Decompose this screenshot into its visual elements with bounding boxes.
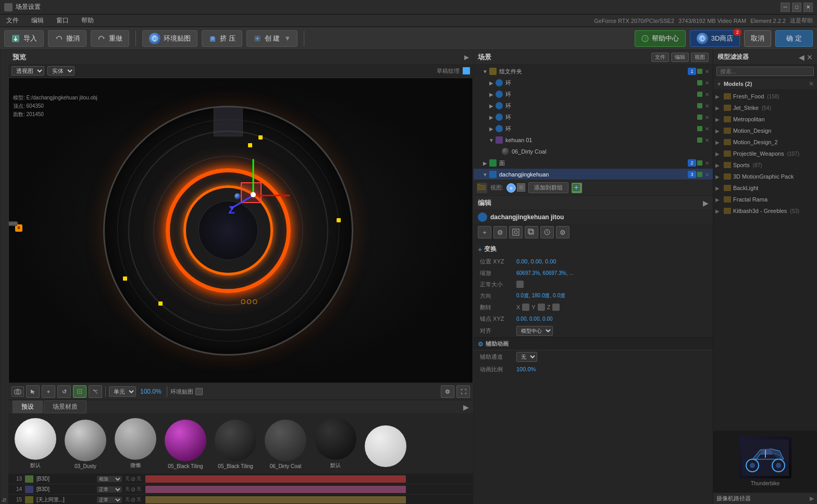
scale-tool-btn[interactable]	[73, 385, 86, 398]
add-tool-btn[interactable]: +	[42, 385, 55, 398]
ring3-vis[interactable]	[697, 103, 702, 108]
kehuan-vis[interactable]	[697, 137, 702, 143]
viewport-corner-btn[interactable]	[463, 67, 470, 74]
model-item-3dmgp[interactable]: ▶ 3D MotionGraphic Pack	[713, 171, 817, 182]
add-prop-btn[interactable]: +	[478, 226, 491, 238]
create-button[interactable]: 创 建 ▼	[246, 30, 298, 47]
menu-file[interactable]: 文件	[4, 15, 21, 26]
blend-select-0[interactable]: 相加	[97, 476, 122, 482]
dachang-close[interactable]: ✕	[703, 171, 711, 178]
model-item-jetstrike[interactable]: ▶ Jet_Strike (54)	[713, 102, 817, 114]
help-center-button[interactable]: ? 帮助中心	[635, 30, 686, 47]
transform-section-header[interactable]: + 变换	[474, 243, 713, 256]
cut-tool-btn[interactable]	[89, 385, 102, 398]
env-map-toggle[interactable]	[195, 388, 203, 395]
jetstrike-expand[interactable]: ▶	[715, 105, 722, 111]
models-expand-btn[interactable]: ▼	[716, 81, 722, 87]
scene-canvas[interactable]: OOO Z 模型: E:/dachangjingkehuan jitou	[9, 78, 473, 383]
camera-path-expand[interactable]: ▶	[810, 495, 814, 502]
shop-button[interactable]: 3D商店 2	[690, 30, 740, 47]
motion2-expand[interactable]: ▶	[715, 140, 722, 145]
ring5-vis[interactable]	[697, 126, 702, 131]
ring5-close[interactable]: ✕	[703, 125, 711, 132]
flip-y-toggle[interactable]	[538, 304, 545, 311]
kitbash-expand[interactable]: ▶	[715, 208, 722, 214]
gear-prop-btn[interactable]: ⚙	[493, 226, 507, 238]
fullscreen-tool-btn[interactable]: ⛶	[456, 385, 470, 398]
aux-channel-select[interactable]: 无	[516, 352, 537, 362]
align-select[interactable]: 模型中心	[516, 326, 553, 336]
copy-prop-btn[interactable]	[525, 226, 538, 238]
tree-expand-group[interactable]: ▼	[482, 68, 488, 74]
backlight-expand[interactable]: ▶	[715, 185, 722, 191]
maximize-btn[interactable]: □	[792, 3, 801, 12]
tree-item-face[interactable]: ▶ 面 2 ✕	[474, 157, 713, 169]
helper-section-header[interactable]: ⚙ 辅助动画	[474, 337, 713, 350]
menu-window[interactable]: 窗口	[54, 15, 71, 26]
render-mode-select[interactable]: 实体 线框	[47, 66, 75, 75]
3dmgp-expand[interactable]: ▶	[715, 174, 722, 180]
bottom-panel-expand[interactable]: ▶	[463, 403, 469, 411]
ring4-close[interactable]: ✕	[703, 114, 711, 121]
view-grid-btn[interactable]: ⊞	[517, 183, 525, 192]
undo-button[interactable]: 撤消	[48, 30, 86, 47]
scene-folder-icon[interactable]	[477, 183, 487, 193]
model-item-motion1[interactable]: ▶ Motion_Design	[713, 125, 817, 136]
model-item-metro[interactable]: ▶ Metropolitan	[713, 114, 817, 125]
tree-expand-ring5[interactable]: ▶	[488, 125, 494, 132]
model-header-close[interactable]: ✕	[807, 53, 813, 61]
ring2-close[interactable]: ✕	[703, 91, 711, 98]
tab-presets[interactable]: 预设	[13, 400, 43, 413]
motion1-expand[interactable]: ▶	[715, 128, 722, 134]
models-close-btn[interactable]: ✕	[809, 80, 814, 87]
material-item-3[interactable]: 05_Black Tiling	[165, 420, 206, 469]
fractal-expand[interactable]: ▶	[715, 197, 722, 203]
tree-item-ring-1[interactable]: ▶ 环 ✕	[474, 77, 713, 89]
material-item-5[interactable]: 06_Dirty Coal	[265, 420, 306, 469]
add-group-icon[interactable]	[572, 183, 582, 193]
ring2-vis[interactable]	[697, 92, 702, 97]
settings-prop-btn[interactable]: ⚙	[556, 226, 570, 238]
view-type-select[interactable]: 透视图 正视图	[11, 66, 44, 75]
tree-expand-face[interactable]: ▶	[482, 160, 488, 166]
tree-item-dachang[interactable]: ▼ dachangjingkehuan 3 ✕	[474, 169, 713, 180]
tree-item-ring-3[interactable]: ▶ 环 ✕	[474, 100, 713, 111]
model-item-sports[interactable]: ▶ Sports (87)	[713, 159, 817, 171]
dachang-vis[interactable]	[697, 172, 702, 177]
edit-expand-btn[interactable]: ▶	[703, 199, 709, 207]
blend-select-2[interactable]: 正常	[97, 497, 122, 503]
projectile-expand[interactable]: ▶	[715, 151, 722, 157]
model-item-fractal[interactable]: ▶ Fractal Rama	[713, 194, 817, 205]
menu-help[interactable]: 帮助	[79, 15, 96, 26]
settings-tool-btn[interactable]: ⚙	[441, 385, 454, 398]
redo-button[interactable]: 重做	[91, 30, 129, 47]
view-circle-btn[interactable]: ●	[506, 183, 516, 193]
material-item-2[interactable]: 撒懒	[115, 418, 156, 469]
material-item-7[interactable]	[365, 425, 406, 469]
tree-expand-kehuan[interactable]: ▼	[488, 137, 494, 143]
tree-item-ring-5[interactable]: ▶ 环 ✕	[474, 123, 713, 134]
scene-view-btn[interactable]: 视图	[691, 53, 709, 62]
model-item-projectile[interactable]: ▶ Projectile_Weapons (107)	[713, 148, 817, 159]
tree-expand-ring2[interactable]: ▶	[488, 91, 494, 97]
ring3-close[interactable]: ✕	[703, 102, 711, 109]
ring4-vis[interactable]	[697, 115, 702, 120]
tree-item-coal[interactable]: 06_Dirty Coal	[474, 146, 713, 157]
rotate-tool-btn[interactable]: ↺	[57, 385, 71, 398]
flip-x-toggle[interactable]	[522, 304, 529, 311]
menu-edit[interactable]: 编辑	[29, 15, 46, 26]
ring1-vis[interactable]	[697, 80, 702, 85]
ring1-close[interactable]: ✕	[703, 79, 711, 86]
tree-item-group[interactable]: ▼ 组文件夹 1 ✕	[474, 66, 713, 77]
flip-z-toggle[interactable]	[552, 304, 560, 311]
model-item-motion2[interactable]: ▶ Motion_Design_2	[713, 136, 817, 148]
import-button[interactable]: 导入	[4, 30, 44, 47]
close-btn[interactable]: ✕	[803, 3, 813, 12]
extrude-button[interactable]: 挤 压	[202, 30, 242, 47]
tree-item-ring-4[interactable]: ▶ 环 ✕	[474, 111, 713, 123]
camera-tool-btn[interactable]	[11, 386, 24, 397]
material-item-1[interactable]: 03_Dusty	[65, 420, 106, 469]
metro-expand[interactable]: ▶	[715, 117, 722, 122]
env-map-button[interactable]: 环境贴图	[142, 30, 197, 47]
viewport-expand[interactable]: ▶	[464, 54, 469, 61]
